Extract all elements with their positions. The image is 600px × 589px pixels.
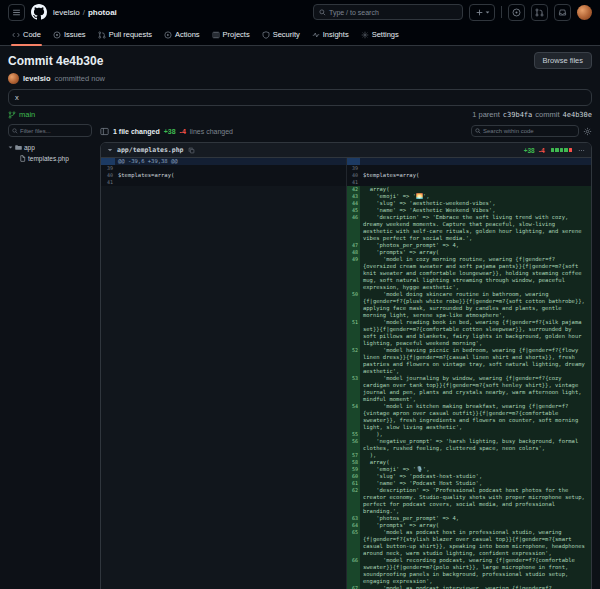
line-number-new[interactable]: 39 (346, 165, 360, 172)
tab-pull-requests[interactable]: Pull requests (92, 24, 158, 45)
breadcrumb-owner[interactable]: levelsio (53, 8, 80, 17)
tab-actions[interactable]: Actions (158, 24, 206, 45)
tab-security[interactable]: Security (256, 24, 306, 45)
line-number-new[interactable]: 67 (346, 585, 360, 589)
tab-projects[interactable]: Projects (206, 24, 256, 45)
global-search-input[interactable]: Type / to search (313, 4, 463, 20)
branch-indicator[interactable]: main (8, 110, 35, 119)
inbox-icon-button[interactable] (554, 4, 571, 21)
line-number-old[interactable] (101, 466, 115, 473)
line-number-new[interactable]: 43 (346, 193, 360, 200)
tab-insights[interactable]: Insights (306, 24, 355, 45)
line-number-new[interactable]: 42 (346, 186, 360, 193)
browse-files-button[interactable]: Browse files (534, 52, 592, 69)
line-number-old[interactable] (101, 319, 115, 347)
line-number-new[interactable]: 52 (346, 347, 360, 375)
line-number-old[interactable] (101, 452, 115, 459)
search-within-code-input[interactable]: Search within code (471, 125, 579, 137)
file-path[interactable]: app/templates.php (117, 146, 184, 154)
breadcrumb-repo[interactable]: photoai (88, 8, 117, 17)
tree-folder-app[interactable]: app (8, 142, 92, 153)
filter-files-input[interactable]: Filter files... (8, 124, 92, 137)
kebab-menu-icon[interactable] (578, 147, 585, 154)
pull-requests-icon-button[interactable] (531, 4, 548, 21)
line-number-old[interactable] (101, 431, 115, 438)
line-number-old[interactable] (101, 256, 115, 291)
line-number-old[interactable] (101, 522, 115, 529)
tab-issues[interactable]: Issues (47, 24, 92, 45)
line-number-old[interactable] (101, 249, 115, 256)
line-number-new[interactable]: 46 (346, 214, 360, 242)
code-line-new: ), (360, 431, 591, 438)
line-number-old[interactable] (101, 557, 115, 585)
parent-sha-link[interactable]: c39b4fa (503, 111, 533, 119)
line-number-new[interactable]: 47 (346, 242, 360, 249)
line-number-old[interactable] (101, 480, 115, 487)
author-name[interactable]: levelsio (23, 74, 51, 83)
line-number-old[interactable] (101, 347, 115, 375)
line-number-old[interactable] (101, 529, 115, 557)
issue-opened-icon (53, 31, 61, 39)
line-number-old[interactable] (101, 186, 115, 193)
line-number-old[interactable] (101, 585, 115, 589)
line-number-old[interactable] (101, 438, 115, 452)
diff-settings-gear-icon[interactable] (583, 127, 592, 136)
git-pull-request-icon (98, 31, 106, 39)
line-number-new[interactable]: 54 (346, 403, 360, 431)
line-number-old[interactable] (101, 375, 115, 403)
tree-file-templates[interactable]: templates.php (8, 153, 92, 164)
line-number-new[interactable]: 59 (346, 466, 360, 473)
expand-hunk-button[interactable] (101, 158, 115, 165)
issues-icon-button[interactable] (508, 4, 525, 21)
line-number-new[interactable]: 64 (346, 522, 360, 529)
line-number-old[interactable] (101, 291, 115, 319)
line-number-old[interactable] (101, 207, 115, 214)
chevron-down-icon (485, 10, 490, 15)
line-number-old[interactable] (101, 459, 115, 466)
sidebar-collapse-icon[interactable] (100, 127, 109, 136)
line-number-old[interactable] (101, 487, 115, 515)
copy-icon[interactable] (188, 147, 195, 154)
line-number-new[interactable]: 57 (346, 452, 360, 459)
user-avatar[interactable] (577, 5, 592, 20)
tab-code[interactable]: Code (6, 24, 47, 45)
code-line-new: array( (360, 459, 591, 466)
line-number-new[interactable]: 56 (346, 438, 360, 452)
line-number-new[interactable]: 50 (346, 291, 360, 319)
global-search-placeholder: Type / to search (329, 9, 379, 16)
line-number-new[interactable]: 60 (346, 473, 360, 480)
line-number-new[interactable]: 44 (346, 200, 360, 207)
chevron-down-icon (8, 145, 13, 150)
github-logo[interactable] (31, 4, 47, 20)
chevron-down-icon[interactable] (107, 147, 113, 153)
line-number-old[interactable]: 41 (101, 179, 115, 186)
code-line-new: 'prompts' => array( (360, 249, 591, 256)
line-number-old[interactable]: 40 (101, 172, 115, 179)
author-avatar[interactable] (8, 73, 19, 84)
tab-settings[interactable]: Settings (355, 24, 405, 45)
line-number-old[interactable] (101, 242, 115, 249)
line-number-old[interactable] (101, 473, 115, 480)
line-number-new[interactable]: 51 (346, 319, 360, 347)
line-number-new[interactable]: 66 (346, 557, 360, 585)
line-number-old[interactable]: 39 (101, 165, 115, 172)
line-number-new[interactable]: 45 (346, 207, 360, 214)
line-number-new[interactable]: 55 (346, 431, 360, 438)
line-number-new[interactable]: 62 (346, 487, 360, 515)
line-number-new[interactable]: 48 (346, 249, 360, 256)
line-number-old[interactable] (101, 193, 115, 200)
create-new-button[interactable] (469, 4, 495, 21)
line-number-old[interactable] (101, 515, 115, 522)
line-number-new[interactable]: 40 (346, 172, 360, 179)
line-number-new[interactable]: 58 (346, 459, 360, 466)
line-number-old[interactable] (101, 214, 115, 242)
line-number-new[interactable]: 53 (346, 375, 360, 403)
line-number-new[interactable]: 65 (346, 529, 360, 557)
line-number-old[interactable] (101, 403, 115, 431)
line-number-new[interactable]: 63 (346, 515, 360, 522)
line-number-new[interactable]: 41 (346, 179, 360, 186)
line-number-old[interactable] (101, 200, 115, 207)
line-number-new[interactable]: 49 (346, 256, 360, 291)
hamburger-menu-button[interactable] (8, 4, 25, 21)
line-number-new[interactable]: 61 (346, 480, 360, 487)
